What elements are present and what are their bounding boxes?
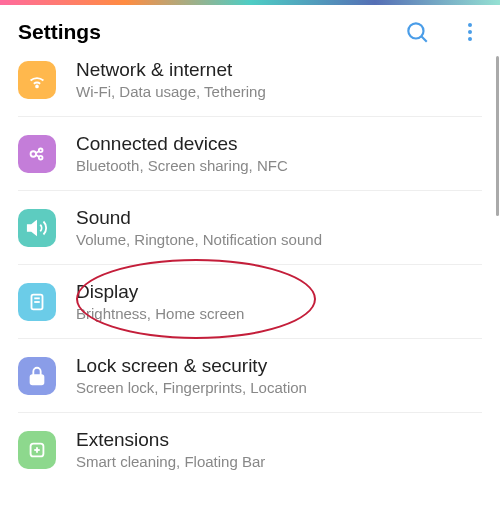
search-button[interactable] — [404, 19, 430, 45]
settings-item-sound[interactable]: Sound Volume, Ringtone, Notification sou… — [18, 191, 482, 265]
settings-item-lock-screen[interactable]: Lock screen & security Screen lock, Fing… — [18, 339, 482, 413]
svg-point-5 — [36, 85, 38, 87]
item-subtitle: Wi-Fi, Data usage, Tethering — [76, 83, 482, 100]
settings-item-connected-devices[interactable]: Connected devices Bluetooth, Screen shar… — [18, 117, 482, 191]
item-text: Connected devices Bluetooth, Screen shar… — [76, 133, 482, 174]
item-subtitle: Volume, Ringtone, Notification sound — [76, 231, 482, 248]
svg-point-2 — [468, 23, 472, 27]
settings-list: Network & internet Wi-Fi, Data usage, Te… — [0, 55, 500, 486]
item-title: Sound — [76, 207, 482, 229]
svg-point-0 — [408, 23, 423, 38]
item-title: Display — [76, 281, 482, 303]
svg-line-1 — [421, 36, 426, 41]
settings-item-extensions[interactable]: Extensions Smart cleaning, Floating Bar — [18, 413, 482, 486]
svg-rect-15 — [31, 375, 44, 384]
item-title: Extensions — [76, 429, 482, 451]
search-icon — [404, 19, 430, 45]
page-title: Settings — [18, 20, 101, 44]
item-text: Extensions Smart cleaning, Floating Bar — [76, 429, 482, 470]
svg-line-9 — [36, 151, 39, 153]
gradient-border — [0, 0, 500, 5]
settings-item-network[interactable]: Network & internet Wi-Fi, Data usage, Te… — [18, 55, 482, 117]
item-subtitle: Smart cleaning, Floating Bar — [76, 453, 482, 470]
item-text: Sound Volume, Ringtone, Notification sou… — [76, 207, 482, 248]
item-title: Connected devices — [76, 133, 482, 155]
display-icon — [18, 283, 56, 321]
svg-marker-11 — [28, 221, 36, 234]
extensions-icon — [18, 431, 56, 469]
item-subtitle: Brightness, Home screen — [76, 305, 482, 322]
item-title: Network & internet — [76, 59, 482, 81]
svg-line-10 — [36, 154, 39, 156]
item-subtitle: Bluetooth, Screen sharing, NFC — [76, 157, 482, 174]
settings-item-display[interactable]: Display Brightness, Home screen — [18, 265, 482, 339]
connected-devices-icon — [18, 135, 56, 173]
lock-icon — [18, 357, 56, 395]
item-text: Lock screen & security Screen lock, Fing… — [76, 355, 482, 396]
svg-point-8 — [39, 155, 43, 159]
svg-point-3 — [468, 30, 472, 34]
svg-point-7 — [39, 148, 43, 152]
header-actions — [404, 19, 482, 45]
item-subtitle: Screen lock, Fingerprints, Location — [76, 379, 482, 396]
item-title: Lock screen & security — [76, 355, 482, 377]
svg-point-6 — [31, 151, 36, 157]
item-text: Display Brightness, Home screen — [76, 281, 482, 322]
more-vertical-icon — [458, 20, 482, 44]
svg-point-4 — [468, 37, 472, 41]
sound-icon — [18, 209, 56, 247]
scrollbar[interactable] — [496, 56, 499, 216]
item-text: Network & internet Wi-Fi, Data usage, Te… — [76, 59, 482, 100]
network-icon — [18, 61, 56, 99]
more-button[interactable] — [458, 20, 482, 44]
header: Settings — [0, 5, 500, 55]
